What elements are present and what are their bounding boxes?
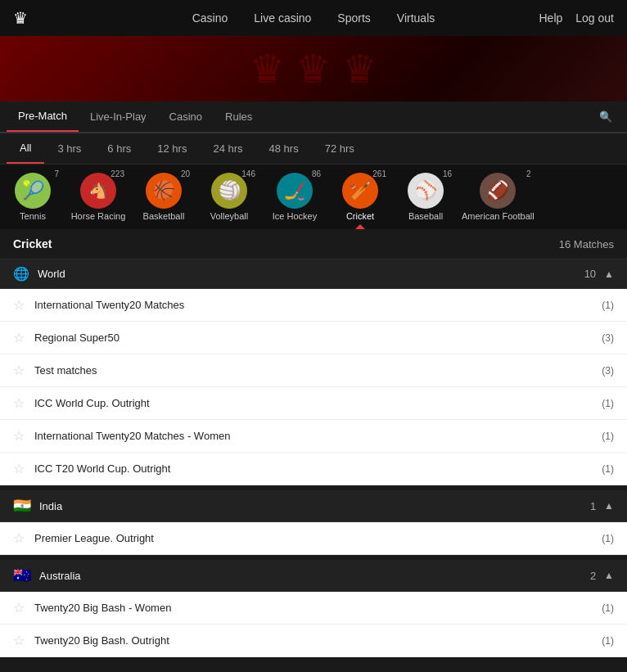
ice-hockey-count: 86 (312, 169, 321, 178)
tab-pre-match[interactable]: Pre-Match (7, 101, 79, 132)
group-india-header[interactable]: 🇮🇳 India 1 ▲ (0, 490, 627, 522)
favorite-star-icon[interactable]: ☆ (13, 530, 25, 546)
american-football-circle: 🏈 (480, 173, 516, 209)
match-row[interactable]: ☆ Regional Super50 (3) (0, 322, 627, 354)
tab-live-in-play[interactable]: Live-In-Play (79, 102, 158, 131)
match-row[interactable]: ☆ Twenty20 Big Bash - Women (1) (0, 592, 627, 625)
filter-48hrs[interactable]: 48 hrs (256, 134, 312, 163)
sports-tabs-container: Pre-Match Live-In-Play Casino Rules 🔍 (0, 101, 627, 133)
match-name: Twenty20 Big Bash. Outright (34, 634, 602, 647)
match-row[interactable]: ☆ Premier League. Outright (1) (0, 522, 627, 555)
match-row[interactable]: ☆ Twenty20 Big Bash. Outright (1) (0, 625, 627, 657)
match-count: (3) (602, 332, 614, 344)
tab-casino[interactable]: Casino (158, 102, 214, 131)
nav-right: Help Log out (539, 11, 614, 25)
match-count: (1) (602, 463, 614, 475)
group-india-count: 1 (590, 500, 596, 512)
match-row[interactable]: ☆ International Twenty20 Matches (1) (0, 289, 627, 322)
match-name: Test matches (34, 364, 602, 377)
group-india-name: India (39, 500, 590, 512)
favorite-star-icon[interactable]: ☆ (13, 428, 25, 444)
nav-live-casino[interactable]: Live casino (254, 11, 311, 25)
sport-icon-horse-racing[interactable]: 223 🐴 Horse Racing (65, 168, 131, 226)
group-australia-count: 2 (590, 570, 596, 582)
india-flag-icon: 🇮🇳 (13, 497, 31, 515)
favorite-star-icon[interactable]: ☆ (13, 395, 25, 411)
match-count: (1) (602, 602, 614, 614)
basketball-label: Basketball (143, 211, 185, 221)
favorite-star-icon[interactable]: ☆ (13, 363, 25, 378)
sport-icon-basketball[interactable]: 20 🏀 Basketball (131, 168, 196, 226)
volleyball-label: Volleyball (210, 211, 248, 221)
horse-racing-label: Horse Racing (71, 211, 126, 221)
sport-icon-tennis[interactable]: 7 🎾 Tennis (0, 168, 65, 226)
sport-icon-american-football[interactable]: 2 🏈 American Football (458, 168, 538, 226)
nav-virtuals[interactable]: Virtuals (397, 11, 435, 25)
top-nav: ♛ Casino Live casino Sports Virtuals Hel… (0, 0, 627, 36)
filter-3hrs[interactable]: 3 hrs (44, 134, 94, 163)
group-world-count: 10 (584, 268, 596, 280)
sport-icons-row: 7 🎾 Tennis 223 🐴 Horse Racing 20 🏀 Baske… (0, 165, 627, 229)
match-row[interactable]: ☆ Test matches (3) (0, 354, 627, 387)
australia-flag-icon: 🇦🇺 (13, 566, 31, 584)
match-row[interactable]: ☆ International Twenty20 Matches - Women… (0, 420, 627, 453)
match-name: Premier League. Outright (34, 532, 602, 544)
sport-icon-baseball[interactable]: 16 ⚾ Baseball (393, 168, 458, 226)
group-australia-header[interactable]: 🇦🇺 Australia 2 ▲ (0, 560, 627, 592)
american-football-count: 2 (526, 169, 531, 178)
match-count: (1) (602, 533, 614, 544)
basketball-count: 20 (181, 169, 190, 178)
cricket-match-count: 16 Matches (559, 238, 614, 250)
baseball-circle: ⚾ (408, 173, 444, 209)
match-count: (1) (602, 431, 614, 442)
tab-rules[interactable]: Rules (214, 102, 264, 131)
help-link[interactable]: Help (539, 11, 562, 25)
match-name: Regional Super50 (34, 331, 602, 344)
favorite-star-icon[interactable]: ☆ (13, 330, 25, 345)
favorite-star-icon[interactable]: ☆ (13, 297, 25, 313)
match-count: (1) (602, 635, 614, 647)
match-row[interactable]: ☆ ICC T20 World Cup. Outright (1) (0, 453, 627, 485)
favorite-star-icon[interactable]: ☆ (13, 461, 25, 476)
filter-all[interactable]: All (7, 133, 44, 164)
promo-banner: ♛ ♛ ♛ (0, 36, 627, 101)
banner-logo: ♛ ♛ ♛ (250, 46, 377, 92)
match-name: International Twenty20 Matches (34, 299, 602, 311)
match-name: ICC World Cup. Outright (34, 397, 602, 409)
match-name: ICC T20 World Cup. Outright (34, 462, 602, 475)
sports-nav: Pre-Match Live-In-Play Casino Rules 🔍 (0, 101, 627, 133)
india-chevron-icon: ▲ (604, 500, 614, 512)
tennis-label: Tennis (20, 211, 46, 221)
ice-hockey-circle: 🏒 (277, 173, 313, 209)
nav-sports[interactable]: Sports (337, 11, 370, 25)
time-filters: All 3 hrs 6 hrs 12 hrs 24 hrs 48 hrs 72 … (0, 133, 627, 165)
tennis-circle: 🎾 (15, 173, 51, 209)
filter-12hrs[interactable]: 12 hrs (144, 134, 200, 163)
filter-24hrs[interactable]: 24 hrs (200, 134, 255, 163)
cricket-section-header: Cricket 16 Matches (0, 229, 627, 259)
sport-icon-volleyball[interactable]: 146 🏐 Volleyball (196, 168, 262, 226)
world-chevron-icon: ▲ (604, 268, 614, 280)
baseball-count: 16 (443, 169, 452, 178)
volleyball-count: 146 (241, 169, 255, 178)
sport-icon-ice-hockey[interactable]: 86 🏒 Ice Hockey (262, 168, 327, 226)
american-football-label: American Football (462, 211, 535, 221)
search-icon[interactable]: 🔍 (591, 102, 620, 131)
sport-icon-cricket[interactable]: 261 🏏 Cricket (327, 168, 393, 226)
horse-racing-count: 223 (111, 169, 124, 178)
favorite-star-icon[interactable]: ☆ (13, 600, 25, 616)
nav-casino[interactable]: Casino (192, 11, 228, 25)
group-world-header[interactable]: 🌐 World 10 ▲ (0, 259, 627, 289)
favorite-star-icon[interactable]: ☆ (13, 633, 25, 648)
match-count: (3) (602, 365, 614, 377)
filter-6hrs[interactable]: 6 hrs (94, 134, 144, 163)
filter-72hrs[interactable]: 72 hrs (312, 134, 368, 163)
group-australia-name: Australia (39, 570, 590, 582)
cricket-section-title: Cricket (13, 237, 52, 250)
site-logo: ♛ (13, 8, 28, 28)
main-nav: Casino Live casino Sports Virtuals (192, 11, 435, 25)
group-world-name: World (38, 268, 584, 280)
match-row[interactable]: ☆ ICC World Cup. Outright (1) (0, 387, 627, 420)
match-name: International Twenty20 Matches - Women (34, 430, 602, 442)
logout-link[interactable]: Log out (575, 11, 614, 25)
